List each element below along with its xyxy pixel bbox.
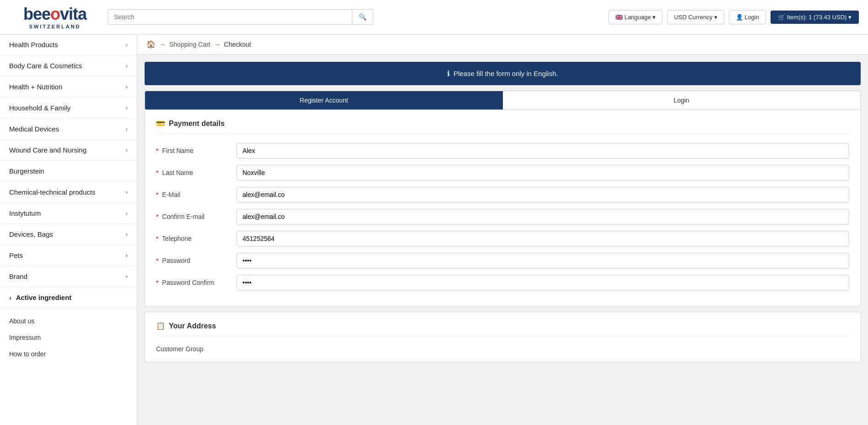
input-confirm-email[interactable] (237, 209, 849, 224)
search-bar: 🔍 (108, 9, 373, 25)
address-icon: 📋 (156, 321, 165, 330)
input-password-confirm[interactable] (237, 275, 849, 290)
logo-text: beeovita (23, 5, 86, 24)
chevron-right-icon: › (126, 252, 128, 259)
sidebar: Health Products › Body Care & Cosmetics … (0, 34, 137, 425)
sidebar-item-pets[interactable]: Pets › (0, 245, 137, 266)
required-star: * (156, 147, 158, 154)
chevron-right-icon: › (126, 42, 128, 48)
required-star: * (156, 213, 158, 220)
sidebar-item-burgerstein[interactable]: Burgerstein (0, 161, 137, 182)
form-row-telephone: * Telephone (156, 231, 849, 246)
required-star: * (156, 191, 158, 198)
chevron-right-icon: › (126, 105, 128, 111)
sidebar-item-instytutum[interactable]: Instytutum › (0, 203, 137, 224)
input-email[interactable] (237, 187, 849, 202)
input-password[interactable] (237, 253, 849, 268)
address-section-title: 📋 Your Address (156, 321, 849, 336)
header: beeovita SWITZERLAND 🔍 🇬🇧 Language ▾ USD… (0, 0, 868, 34)
label-telephone: * Telephone (156, 235, 229, 242)
chevron-right-icon: › (126, 273, 128, 280)
input-telephone[interactable] (237, 231, 849, 246)
sidebar-item-health-nutrition[interactable]: Health + Nutrition › (0, 76, 137, 98)
logo-cross: o (50, 5, 60, 23)
sidebar-item-body-care[interactable]: Body Care & Cosmetics › (0, 55, 137, 76)
logo[interactable]: beeovita SWITZERLAND (9, 5, 101, 29)
header-actions: 🇬🇧 Language ▾ USD Currency ▾ 👤 Login 🛒 I… (609, 10, 859, 24)
sidebar-item-active-ingredient[interactable]: › Active ingredient (0, 287, 137, 308)
chevron-right-icon: › (126, 189, 128, 196)
tab-register[interactable]: Register Account (145, 91, 503, 109)
sidebar-item-medical-devices[interactable]: Medical Devices › (0, 119, 137, 140)
cart-button[interactable]: 🛒 Item(s): 1 (73.43 USD) ▾ (771, 11, 859, 24)
label-last-name: * Last Name (156, 169, 229, 176)
chevron-right-icon: › (126, 147, 128, 153)
breadcrumb: 🏠 → Shopping Cart → Checkout (137, 34, 868, 54)
sidebar-footer-impressum[interactable]: Impressum (0, 329, 137, 346)
sidebar-item-chemical[interactable]: Chemical-technical products › (0, 182, 137, 203)
sidebar-footer-about[interactable]: About us (0, 313, 137, 329)
address-row-customer-group: Customer Group (156, 345, 849, 353)
form-row-confirm-email: * Confirm E-mail (156, 209, 849, 224)
info-icon: ℹ (447, 69, 450, 78)
language-button[interactable]: 🇬🇧 Language ▾ (609, 10, 663, 24)
required-star: * (156, 257, 158, 264)
search-input[interactable] (108, 9, 352, 25)
login-button[interactable]: 👤 Login (729, 10, 766, 24)
home-icon[interactable]: 🏠 (146, 40, 156, 49)
form-row-password-confirm: * Password Confirm (156, 275, 849, 290)
form-row-last-name: * Last Name (156, 165, 849, 180)
tab-login[interactable]: Login (503, 91, 861, 109)
sidebar-footer-how-to-order[interactable]: How to order (0, 346, 137, 362)
form-row-email: * E-Mail (156, 187, 849, 202)
value-customer-group (237, 345, 849, 353)
layout: Health Products › Body Care & Cosmetics … (0, 34, 868, 425)
checkout-tabs: Register Account Login (145, 91, 861, 110)
label-password-confirm: * Password Confirm (156, 279, 229, 286)
sidebar-item-household-family[interactable]: Household & Family › (0, 98, 137, 119)
chevron-right-icon: › (126, 63, 128, 69)
chevron-right-icon: › (126, 231, 128, 238)
chevron-right-icon: › (126, 126, 128, 132)
content-area: ℹ Please fill the form only in English. … (137, 54, 868, 370)
logo-sub: SWITZERLAND (29, 24, 81, 29)
label-first-name: * First Name (156, 147, 229, 154)
breadcrumb-arrow-2: → (214, 41, 221, 48)
input-last-name[interactable] (237, 165, 849, 180)
label-confirm-email: * Confirm E-mail (156, 213, 229, 220)
label-email: * E-Mail (156, 191, 229, 198)
main-content: 🏠 → Shopping Cart → Checkout ℹ Please fi… (137, 34, 868, 425)
required-star: * (156, 169, 158, 176)
currency-button[interactable]: USD Currency ▾ (667, 10, 724, 24)
required-star: * (156, 235, 158, 242)
payment-icon: 💳 (156, 119, 165, 128)
address-panel: 📋 Your Address Customer Group (145, 312, 861, 362)
label-password: * Password (156, 257, 229, 264)
sidebar-item-health-products[interactable]: Health Products › (0, 34, 137, 55)
form-row-first-name: * First Name (156, 143, 849, 158)
sidebar-item-wound-care[interactable]: Wound Care and Nursing › (0, 140, 137, 161)
search-button[interactable]: 🔍 (352, 9, 373, 25)
breadcrumb-shopping-cart[interactable]: Shopping Cart (169, 41, 210, 48)
label-customer-group: Customer Group (156, 345, 229, 353)
payment-details-panel: 💳 Payment details * First Name * Last Na… (145, 110, 861, 306)
required-star: * (156, 279, 158, 286)
chevron-right-icon: › (126, 84, 128, 90)
payment-section-title: 💳 Payment details (156, 119, 849, 134)
form-row-password: * Password (156, 253, 849, 268)
chevron-right-icon: › (126, 210, 128, 217)
sidebar-item-devices-bags[interactable]: Devices, Bags › (0, 224, 137, 245)
sidebar-item-brand[interactable]: Brand › (0, 266, 137, 287)
input-first-name[interactable] (237, 143, 849, 158)
arrow-right-icon: › (9, 294, 11, 301)
info-banner: ℹ Please fill the form only in English. (145, 62, 861, 85)
breadcrumb-checkout: Checkout (224, 41, 251, 48)
sidebar-footer: About us Impressum How to order (0, 308, 137, 367)
breadcrumb-arrow-1: → (159, 41, 166, 48)
